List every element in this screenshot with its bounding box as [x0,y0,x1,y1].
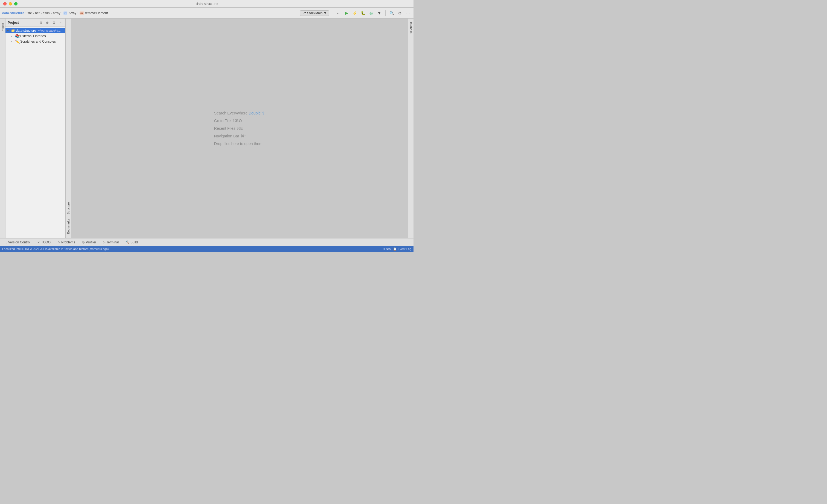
maximize-button[interactable] [14,2,17,5]
breadcrumb-src[interactable]: src [27,11,32,15]
breadcrumb-sep-1: › [26,11,27,15]
tab-profiler-label: Profiler [86,240,96,244]
breadcrumb-sep-6: › [78,11,79,15]
collapse-all-button[interactable]: ⊟ [38,20,44,25]
project-panel: Project ⊟ ⊕ ⚙ − ▼ 📁 data-structure ~/wor… [5,18,66,238]
breadcrumb-array-folder[interactable]: array [53,11,60,15]
breadcrumb-class-icon: C [63,11,67,15]
status-right: ⊙ N/A 📋 Event Log [383,247,411,251]
build-icon: 🔨 [126,240,129,244]
branch-dropdown-icon: ▼ [324,11,327,15]
breadcrumb-sep-2: › [33,11,34,15]
minimize-button[interactable] [9,2,12,5]
scratches-item[interactable]: › ✏️ Scratches and Consoles [10,39,65,44]
hint-navbar-text: Navigation Bar ⌘↑ [214,134,246,138]
tab-terminal-label: Terminal [106,240,119,244]
tab-build[interactable]: 🔨 Build [122,239,141,245]
status-bar: Localized IntelliJ IDEA 2021.3.1 is avai… [0,246,414,252]
external-libraries-icon: 📚 [15,34,19,38]
panel-title: Project [8,21,37,24]
external-libraries-label: External Libraries [20,34,46,38]
build-button[interactable]: ⚡ [351,10,358,16]
more-button[interactable]: ⋯ [405,10,411,16]
project-root-children: › 📚 External Libraries › ✏️ Scratches an… [5,33,65,44]
bookmarks-tab[interactable]: Bookmarks [66,217,71,236]
scratches-label: Scratches and Consoles [20,40,56,44]
hint-goto-text: Go to File ⇧⌘O [214,119,242,123]
hint-recent-text: Recent Files ⌘E [214,126,243,130]
tab-problems-label: Problems [61,240,75,244]
breadcrumb-sep-5: › [61,11,63,15]
project-root-path: ~/workspace/ld... [38,29,61,32]
tab-version-control[interactable]: ↕ Version Control [2,239,34,245]
left-sidebar-tabs: Project [0,18,5,238]
tab-version-control-label: Version Control [8,240,31,244]
editor-area[interactable]: Search Everywhere Double ⇧ Go to File ⇧⌘… [71,18,408,238]
scratches-icon: ✏️ [15,39,19,44]
close-panel-button[interactable]: − [58,20,63,25]
tab-profiler[interactable]: ◎ Profiler [79,239,100,245]
breadcrumb-array-class[interactable]: Array [68,11,76,15]
breadcrumb-project[interactable]: data-structure [2,11,25,15]
hint-search-prefix: Search Everywhere [214,111,249,115]
project-root-label: data-structure [16,29,36,33]
breadcrumb: data-structure › src › net › csdn › arra… [2,11,299,15]
breadcrumb-sep-4: › [51,11,52,15]
structure-tab[interactable]: Structure [66,200,71,217]
hint-drop: Drop files here to open them [214,140,265,148]
settings-button[interactable]: ⚙ [396,10,403,16]
hint-search-link[interactable]: Double ⇧ [249,111,265,115]
project-root-item[interactable]: ▼ 📁 data-structure ~/workspace/ld... [5,28,65,33]
debug-button[interactable]: 🐛 [359,10,366,16]
more-run-button[interactable]: ▼ [376,10,383,16]
editor-hints: Search Everywhere Double ⇧ Go to File ⇧⌘… [214,109,265,148]
profiler-icon: ◎ [82,240,85,244]
locate-button[interactable]: ⊕ [45,20,50,25]
project-folder-icon: 📁 [11,29,15,33]
project-tab[interactable]: Project [0,21,5,35]
hint-goto: Go to File ⇧⌘O [214,117,265,124]
panel-header: Project ⊟ ⊕ ⚙ − [5,18,65,27]
project-tree: ▼ 📁 data-structure ~/workspace/ld... › 📚… [5,27,65,238]
tab-problems[interactable]: ⚠ Problems [54,239,79,245]
traffic-lights[interactable] [3,2,17,5]
status-message: Localized IntelliJ IDEA 2021.3.1 is avai… [2,247,380,250]
breadcrumb-csdn[interactable]: csdn [43,11,49,15]
toolbar-separator-1 [332,10,332,16]
back-button[interactable]: ← [335,10,342,16]
coverage-button[interactable]: ◎ [368,10,374,16]
tab-todo[interactable]: ☑ TODO [34,239,54,245]
panel-settings-button[interactable]: ⚙ [51,20,57,25]
branch-icon: ⎇ [302,11,306,15]
run-button[interactable]: ▶ [343,10,350,16]
problems-icon: ⚠ [57,240,60,244]
title-bar: data-structure [0,0,414,8]
hint-navbar: Navigation Bar ⌘↑ [214,132,265,140]
scratches-arrow[interactable]: › [11,40,14,43]
close-button[interactable] [3,2,7,5]
breadcrumb-method[interactable]: removeElement [85,11,108,15]
external-libraries-arrow[interactable]: › [11,35,14,38]
main-toolbar: data-structure › src › net › csdn › arra… [0,8,414,18]
database-tab[interactable]: Database [408,18,414,36]
status-na[interactable]: ⊙ N/A [383,247,391,251]
external-libraries-item[interactable]: › 📚 External Libraries [10,33,65,39]
tab-terminal[interactable]: ▷ Terminal [100,239,122,245]
main-layout: Project Project ⊟ ⊕ ⚙ − ▼ 📁 data-structu… [0,18,414,238]
right-sidebar-tabs: Database [408,18,414,238]
branch-name: StackMain [307,11,323,15]
search-button[interactable]: 🔍 [388,10,395,16]
bottom-tabs: ↕ Version Control ☑ TODO ⚠ Problems ◎ Pr… [0,238,414,246]
toolbar-right: ⎇ StackMain ▼ ← ▶ ⚡ 🐛 ◎ ▼ 🔍 ⚙ ⋯ [300,10,411,16]
toolbar-separator-2 [385,10,386,16]
branch-selector[interactable]: ⎇ StackMain ▼ [300,10,329,16]
project-expand-arrow[interactable]: ▼ [7,29,10,32]
breadcrumb-net[interactable]: net [35,11,40,15]
hint-recent: Recent Files ⌘E [214,124,265,132]
terminal-icon: ▷ [103,240,105,244]
window-title: data-structure [196,2,218,6]
tab-todo-label: TODO [41,240,51,244]
status-event-log[interactable]: 📋 Event Log [393,247,411,251]
version-control-icon: ↕ [5,241,7,244]
hint-search: Search Everywhere Double ⇧ [214,109,265,117]
